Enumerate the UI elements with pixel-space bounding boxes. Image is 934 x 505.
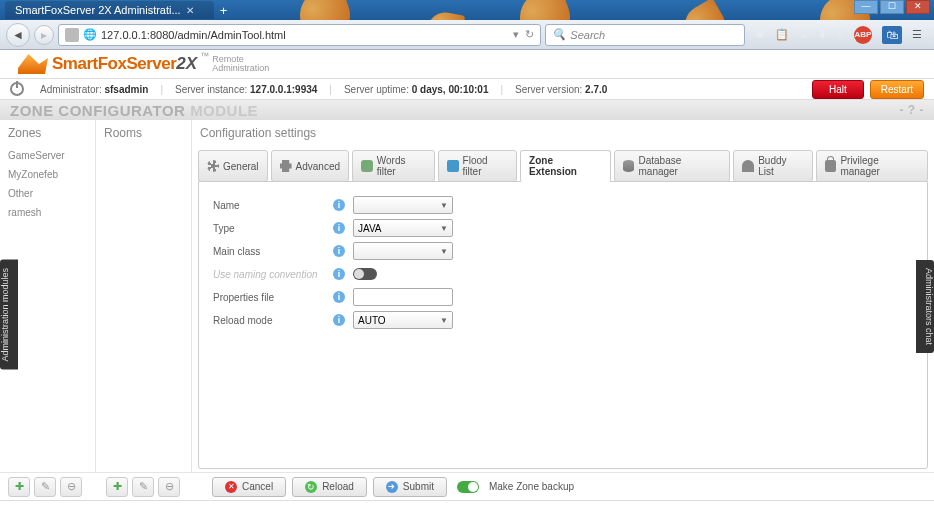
home-icon[interactable]: ⌂ (837, 29, 844, 41)
config-tabs: General Advanced Words filter Flood filt… (192, 146, 934, 182)
zone-edit-button[interactable]: ✎ (34, 477, 56, 497)
tab-advanced[interactable]: Advanced (271, 150, 349, 182)
new-tab-button[interactable]: + (220, 3, 228, 18)
window-close-button[interactable]: ✕ (906, 0, 930, 14)
address-bar[interactable]: 🌐 127.0.0.1:8080/admin/AdminTool.html ▾ … (58, 24, 541, 46)
abp-icon[interactable]: ABP (854, 26, 872, 44)
window-maximize-button[interactable]: ☐ (880, 0, 904, 14)
reload-icon (305, 481, 317, 493)
info-icon[interactable]: i (333, 222, 345, 234)
browser-tab[interactable]: SmartFoxServer 2X Administrati... ✕ (5, 1, 214, 19)
type-select[interactable]: JAVA (353, 219, 453, 237)
room-add-button[interactable]: ✚ (106, 477, 128, 497)
halt-button[interactable]: Halt (812, 80, 864, 99)
tab-database-manager[interactable]: Database manager (614, 150, 731, 182)
tab-words-filter[interactable]: Words filter (352, 150, 435, 182)
bookmark-icon[interactable]: ★ (755, 28, 765, 41)
info-icon[interactable]: i (333, 268, 345, 280)
security-icon: 🌐 (83, 28, 97, 41)
room-edit-button[interactable]: ✎ (132, 477, 154, 497)
browser-toolbar: ◄ ▸ 🌐 127.0.0.1:8080/admin/AdminTool.htm… (0, 20, 934, 50)
help-icon[interactable]: - ? - (900, 103, 925, 117)
info-icon[interactable]: i (333, 314, 345, 326)
config-column: Configuration settings General Advanced … (192, 120, 934, 472)
properties-label: Properties file (213, 292, 333, 303)
naming-label: Use naming convention (213, 269, 333, 280)
form-area: Name i Type i JAVA Main class i Use nami… (198, 181, 928, 469)
logo-subtitle: RemoteAdministration (212, 55, 269, 73)
rooms-header: Rooms (96, 120, 191, 146)
zone-delete-button[interactable]: ⊖ (60, 477, 82, 497)
zones-header: Zones (0, 120, 95, 146)
zone-item[interactable]: Other (0, 184, 95, 203)
main-class-label: Main class (213, 246, 333, 257)
search-box[interactable]: 🔍 Search (545, 24, 745, 46)
info-icon[interactable]: i (333, 291, 345, 303)
zone-item[interactable]: GameServer (0, 146, 95, 165)
reload-button[interactable]: Reload (292, 477, 367, 497)
pocket-icon[interactable]: ⌄ (799, 28, 808, 41)
browser-titlebar: SmartFoxServer 2X Administrati... ✕ + — … (0, 0, 934, 20)
footer-close-icon[interactable]: ✕ (899, 502, 909, 506)
submit-icon (386, 481, 398, 493)
nav-forward-button[interactable]: ▸ (34, 25, 54, 45)
backup-toggle[interactable] (457, 481, 479, 493)
side-tab-modules[interactable]: Administration modules (0, 260, 18, 370)
url-text: 127.0.0.1:8080/admin/AdminTool.html (101, 29, 286, 41)
buddy-icon (742, 160, 754, 172)
app-header: SmartFoxServer 2X ™ RemoteAdministration (0, 50, 934, 78)
restart-button[interactable]: Restart (870, 80, 924, 99)
config-header: Configuration settings (192, 120, 934, 146)
tab-privilege-manager[interactable]: Privilege manager (816, 150, 928, 182)
cart-icon[interactable]: 🛍 (882, 26, 902, 44)
chat-icon (361, 160, 373, 172)
submit-button[interactable]: Submit (373, 477, 447, 497)
flood-icon (447, 160, 459, 172)
side-tab-chat[interactable]: Administrators chat (916, 260, 934, 353)
module-title-bar: ZONE CONFIGURATOR MODULE - ? - (0, 100, 934, 120)
tab-close-icon[interactable]: ✕ (186, 5, 194, 16)
logo-icon (18, 54, 48, 74)
reload-select[interactable]: AUTO (353, 311, 453, 329)
logo-brand: SmartFoxServer (52, 54, 176, 74)
tab-flood-filter[interactable]: Flood filter (438, 150, 517, 182)
lock-icon (825, 160, 837, 172)
window-minimize-button[interactable]: — (854, 0, 878, 14)
cancel-button[interactable]: Cancel (212, 477, 286, 497)
footer: ✕ ≡ (0, 500, 934, 505)
status-bar: Administrator: sfsadmin | Server instanc… (0, 78, 934, 100)
site-identity-icon[interactable] (65, 28, 79, 42)
advanced-icon (280, 160, 292, 172)
room-delete-button[interactable]: ⊖ (158, 477, 180, 497)
footer-menu-icon[interactable]: ≡ (917, 502, 924, 506)
properties-input[interactable] (353, 288, 453, 306)
reload-label: Reload mode (213, 315, 333, 326)
info-icon[interactable]: i (333, 199, 345, 211)
zone-item[interactable]: ramesh (0, 203, 95, 222)
type-label: Type (213, 223, 333, 234)
tab-zone-extension[interactable]: Zone Extension (520, 150, 611, 182)
logo-suffix: 2X (176, 54, 197, 74)
rooms-column: Rooms (96, 120, 192, 472)
nav-back-button[interactable]: ◄ (6, 23, 30, 47)
menu-icon[interactable]: ☰ (912, 28, 922, 41)
name-select[interactable] (353, 196, 453, 214)
main-class-select[interactable] (353, 242, 453, 260)
gear-icon (207, 160, 219, 172)
zone-add-button[interactable]: ✚ (8, 477, 30, 497)
main-area: Zones GameServerMyZonefebOtherramesh Roo… (0, 120, 934, 472)
bottom-bar: ✚ ✎ ⊖ ✚ ✎ ⊖ Cancel Reload Submit Make Zo… (0, 472, 934, 500)
power-icon[interactable] (10, 82, 24, 96)
downloads-icon[interactable]: ⬇ (818, 28, 827, 41)
search-icon: 🔍 (552, 28, 566, 41)
zone-item[interactable]: MyZonefeb (0, 165, 95, 184)
reload-icon[interactable]: ↻ (525, 28, 534, 41)
tab-general[interactable]: General (198, 150, 268, 182)
tab-buddy-list[interactable]: Buddy List (733, 150, 812, 182)
name-label: Name (213, 200, 333, 211)
naming-toggle[interactable] (353, 268, 377, 280)
info-icon[interactable]: i (333, 245, 345, 257)
logo-tm: ™ (200, 52, 209, 61)
database-icon (623, 160, 635, 172)
clipboard-icon[interactable]: 📋 (775, 28, 789, 41)
